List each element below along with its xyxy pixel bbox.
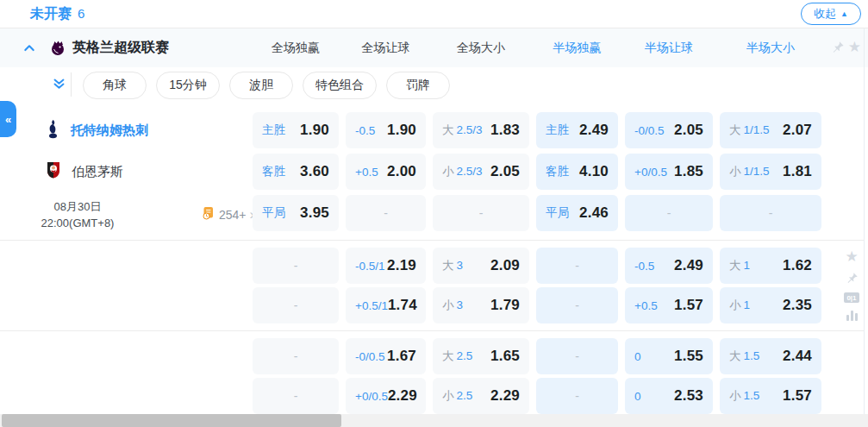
tab-15min[interactable]: 15分钟	[156, 72, 220, 99]
pin-icon[interactable]	[831, 41, 845, 54]
chevron-up-icon[interactable]	[22, 41, 36, 55]
col-header-fulltime-1x2[interactable]: 全场独赢	[253, 41, 339, 56]
bournemouth-logo-icon	[47, 161, 60, 182]
stats-chart-icon[interactable]	[846, 311, 858, 321]
odds-selection-label: -0.5/1	[355, 260, 385, 273]
odds-selection-label: 小2.5/3	[442, 164, 483, 179]
col-header-halftime-1x2[interactable]: 半场独赢	[536, 41, 618, 56]
col-header-halftime-overunder[interactable]: 半场大小	[720, 41, 821, 56]
odds-selection-label: 大1/1.5	[729, 122, 770, 138]
odds-value: 2.29	[388, 387, 417, 405]
star-icon[interactable]: ★	[848, 40, 861, 54]
odds-selection-label: 0	[634, 350, 641, 363]
odds-cell[interactable]: -0.5/12.19	[346, 248, 426, 284]
odds-cell[interactable]: 主胜1.90	[253, 112, 339, 148]
league-header: 英格兰超级联赛 全场独赢 全场让球 全场大小 半场独赢 半场让球 半场大小 ★	[0, 28, 868, 68]
odds-selection-label: 小1.5	[729, 388, 759, 404]
league-header-icons: ★	[831, 40, 861, 54]
col-header-fulltime-handicap[interactable]: 全场让球	[346, 41, 426, 56]
odds-selection-label: 小2.5	[442, 388, 472, 404]
odds-cell[interactable]: +0/0.52.29	[346, 378, 426, 414]
odds-selection-label: 主胜	[546, 122, 569, 138]
match-datetime: 08月30日 22:00(GMT+8)	[12, 198, 143, 231]
tab-cards[interactable]: 罚牌	[386, 72, 450, 99]
odds-selection-label: +0/0.5	[355, 390, 388, 403]
odds-selection-label: 大3	[442, 258, 463, 273]
odds-cell[interactable]: -0.52.49	[625, 248, 713, 284]
odds-value: 2.19	[387, 257, 416, 274]
odds-cell-empty: -	[253, 248, 339, 284]
odds-value: 2.05	[490, 163, 520, 180]
col-header-halftime-handicap[interactable]: 半场让球	[625, 41, 713, 56]
odds-cell[interactable]: 大11.62	[720, 248, 821, 284]
odds-cell[interactable]: 平局2.46	[536, 195, 618, 231]
odds-selection-label: -0.5	[355, 124, 375, 137]
odds-cell[interactable]: 大2.51.65	[433, 338, 529, 374]
home-team-row[interactable]: 托特纳姆热刺	[47, 112, 148, 148]
horizontal-scrollbar[interactable]	[0, 414, 868, 427]
double-chevron-down-icon[interactable]	[52, 77, 66, 95]
odds-cell[interactable]: -0/0.52.05	[625, 112, 713, 148]
odds-cell[interactable]: 小12.35	[720, 287, 821, 323]
odds-row: -+0/0.52.29小2.52.29-02.53小1.51.57	[253, 378, 821, 414]
odds-cell[interactable]: 大1/1.52.07	[720, 112, 821, 148]
odds-cell[interactable]: 主胜2.49	[536, 112, 618, 148]
home-team-name: 托特纳姆热刺	[71, 122, 148, 139]
odds-value: 1.90	[387, 122, 416, 139]
odds-value: 1.57	[783, 387, 812, 405]
odds-cell-empty: -	[253, 378, 339, 414]
divider	[0, 330, 864, 331]
odds-cell[interactable]: 小2.52.29	[433, 378, 529, 414]
odds-cell[interactable]: 02.53	[625, 378, 713, 414]
tab-correct-score[interactable]: 波胆	[229, 72, 293, 99]
odds-value: 2.44	[783, 348, 812, 365]
status-filter-not-started[interactable]: 未开赛6	[30, 5, 84, 23]
tab-corners[interactable]: 角球	[83, 72, 147, 99]
away-team-row[interactable]: 伯恩茅斯	[47, 154, 123, 190]
odds-cell-empty: -	[536, 378, 618, 414]
odds-cell[interactable]: 大2.5/31.83	[433, 112, 529, 148]
odds-cell[interactable]: 小31.79	[433, 287, 529, 323]
pin-icon[interactable]	[846, 272, 859, 285]
odds-value: 1.55	[674, 348, 703, 365]
odds-cell[interactable]: 小2.5/32.05	[433, 154, 529, 190]
market-pills: 角球 15分钟 波胆 特色组合 罚牌	[83, 72, 450, 99]
odds-cell[interactable]: 01.55	[625, 338, 713, 374]
collapse-button[interactable]: 收起 ▲	[801, 3, 861, 25]
odds-selection-label: 大2.5/3	[442, 122, 483, 138]
odds-cell-empty: -	[536, 248, 618, 284]
odds-value: 1.83	[490, 122, 520, 139]
odds-value: 1.57	[674, 297, 703, 314]
odds-cell-empty: -	[536, 287, 618, 323]
odds-value: 2.29	[490, 387, 520, 405]
odds-selection-label: 大1	[729, 258, 750, 273]
odds-value: 1.85	[674, 163, 703, 180]
odds-cell[interactable]: +0.5/11.74	[346, 287, 426, 323]
odds-cell[interactable]: 客胜4.10	[536, 154, 618, 190]
odds-cell[interactable]: 平局3.95	[253, 195, 339, 231]
odds-value: 2.07	[783, 122, 812, 139]
star-icon[interactable]: ★	[845, 249, 858, 264]
odds-cell[interactable]: +0.52.00	[346, 154, 426, 190]
odds-value: 2.49	[579, 122, 609, 139]
odds-cell[interactable]: 小1.51.57	[720, 378, 821, 414]
col-header-fulltime-overunder[interactable]: 全场大小	[433, 41, 529, 56]
more-markets-link[interactable]: 254+ ›	[202, 206, 254, 223]
tottenham-logo-icon	[47, 119, 59, 142]
odds-cell[interactable]: +0.51.57	[625, 287, 713, 323]
odds-cell[interactable]: 客胜3.60	[253, 154, 339, 190]
score-badge-icon[interactable]: 0|1	[844, 292, 859, 303]
odds-value: 3.60	[300, 163, 329, 180]
odds-value: 3.95	[300, 204, 329, 222]
odds-cell[interactable]: 小1/1.51.81	[720, 154, 821, 190]
odds-cell[interactable]: 大32.09	[433, 248, 529, 284]
scrollbar-thumb[interactable]	[2, 414, 341, 427]
odds-cell[interactable]: +0/0.51.85	[625, 154, 713, 190]
odds-value: 2.53	[674, 387, 703, 405]
sidebar-collapse-tab[interactable]: «	[0, 101, 16, 137]
tab-special-combos[interactable]: 特色组合	[303, 72, 377, 99]
odds-selection-label: 小3	[442, 298, 463, 313]
odds-cell[interactable]: 大1.52.44	[720, 338, 821, 374]
odds-cell[interactable]: -0.51.90	[346, 112, 426, 148]
odds-cell[interactable]: -0/0.51.67	[346, 338, 426, 374]
